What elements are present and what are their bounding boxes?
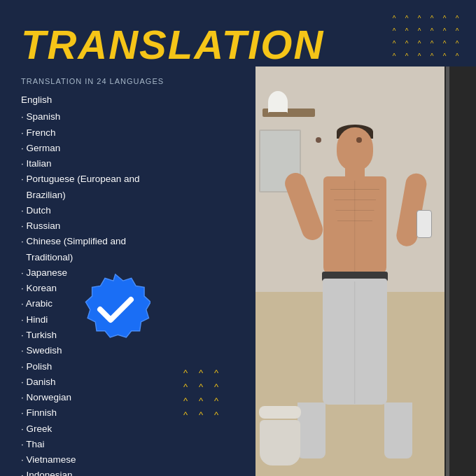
- dot: ^: [427, 14, 437, 24]
- list-item: · Spanish: [21, 109, 140, 125]
- list-item: · Indonesian: [21, 468, 140, 476]
- chevron-icon: ^: [209, 368, 223, 380]
- list-item: · Vietnamese: [21, 452, 140, 468]
- list-item: · Swedish: [21, 343, 140, 358]
- dot: ^: [440, 27, 449, 36]
- chevron-icon: ^: [178, 368, 192, 380]
- subtitle: TRANSLATION IN 24 LANGUAGES: [21, 77, 164, 85]
- dot: ^: [440, 52, 449, 62]
- chevron-icon: ^: [209, 410, 223, 422]
- dot: ^: [440, 39, 449, 49]
- person-photo: [255, 66, 476, 476]
- dot: ^: [452, 14, 462, 24]
- list-item: · Portuguese (European and Brazilian): [21, 172, 140, 203]
- chevron-icon: ^: [178, 382, 192, 394]
- list-item: · Polish: [21, 359, 140, 374]
- dot: ^: [402, 52, 412, 62]
- dot: ^: [389, 27, 399, 36]
- dot: ^: [402, 14, 412, 24]
- dot: ^: [389, 52, 399, 62]
- list-item: · Russian: [21, 218, 140, 234]
- dot: ^: [427, 39, 437, 49]
- dot: ^: [452, 52, 462, 62]
- chevron-icon: ^: [209, 382, 223, 394]
- chevron-pattern: ^ ^ ^ ^ ^ ^ ^ ^ ^ ^ ^ ^: [178, 368, 223, 422]
- list-item: · Finnish: [21, 405, 140, 421]
- svg-marker-0: [85, 274, 150, 337]
- english-label: English: [21, 92, 140, 108]
- dot: ^: [452, 27, 462, 36]
- dot: ^: [414, 14, 424, 24]
- list-item: · Italian: [21, 156, 140, 172]
- list-item: · Greek: [21, 421, 140, 437]
- dot: ^: [402, 27, 412, 36]
- verified-badge: [80, 273, 150, 343]
- main-container: TRANSLATION ^ ^ ^ ^ ^ ^ ^ ^ ^ ^ ^ ^ ^ ^ …: [0, 0, 476, 476]
- chevron-icon: ^: [194, 410, 208, 422]
- dot: ^: [389, 14, 399, 24]
- list-item: · Dutch: [21, 203, 140, 218]
- dot: ^: [440, 14, 449, 24]
- dot: ^: [414, 52, 424, 62]
- chevron-icon: ^: [178, 396, 192, 408]
- dot: ^: [414, 39, 424, 49]
- list-item: · Norwegian: [21, 390, 140, 405]
- chevron-icon: ^: [194, 368, 208, 380]
- chevron-icon: ^: [178, 410, 192, 422]
- dot: ^: [452, 39, 462, 49]
- chevron-icon: ^: [194, 382, 208, 394]
- dot-pattern-top: ^ ^ ^ ^ ^ ^ ^ ^ ^ ^ ^ ^ ^ ^ ^ ^ ^ ^ ^ ^ …: [389, 14, 462, 62]
- dot: ^: [427, 27, 437, 36]
- chevron-icon: ^: [194, 396, 208, 408]
- list-item: · French: [21, 125, 140, 141]
- dot: ^: [414, 27, 424, 36]
- list-item: · German: [21, 141, 140, 156]
- list-item: · Danish: [21, 374, 140, 390]
- dot: ^: [389, 39, 399, 49]
- list-item: · Chinese (Simplified and Traditional): [21, 234, 140, 265]
- dot: ^: [402, 39, 412, 49]
- page-title: TRANSLATION: [21, 21, 324, 68]
- list-item: · Thai: [21, 437, 140, 452]
- dot: ^: [427, 52, 437, 62]
- chevron-icon: ^: [209, 396, 223, 408]
